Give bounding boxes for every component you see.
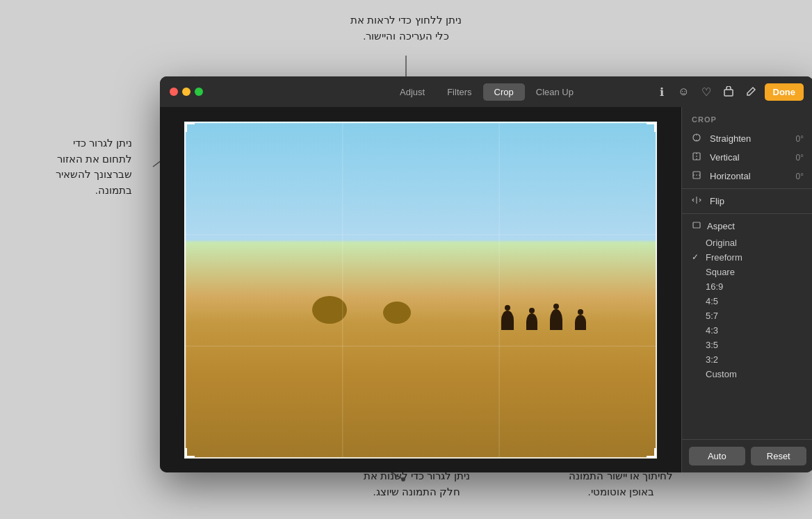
- aspect-option-custom[interactable]: Custom: [682, 367, 812, 381]
- sidebar-row-flip[interactable]: Flip: [682, 192, 812, 211]
- straighten-value: 0°: [796, 134, 804, 144]
- aspect-options: Original Freeform Square 16:9 4:5 5:7: [682, 236, 812, 439]
- svg-rect-16: [693, 222, 700, 228]
- maximize-button[interactable]: [195, 88, 203, 96]
- toolbar-right: ℹ ☺ ♡ Done: [653, 83, 804, 101]
- sidebar-row-straighten[interactable]: Straighten 0°: [682, 129, 812, 148]
- people-silhouettes: [501, 309, 586, 330]
- flip-label: Flip: [710, 196, 804, 206]
- done-button[interactable]: Done: [765, 83, 804, 101]
- person-2: [526, 313, 537, 330]
- horizontal-label: Horizontal: [710, 171, 796, 181]
- aspect-option-4-5[interactable]: 4:5: [682, 294, 812, 308]
- aspect-option-3-5[interactable]: 3:5: [682, 338, 812, 352]
- vertical-label: Vertical: [710, 152, 796, 163]
- tab-crop[interactable]: Crop: [483, 83, 525, 101]
- person-4: [575, 315, 586, 330]
- photo-area: [160, 107, 681, 472]
- emoji-icon[interactable]: ☺: [676, 83, 692, 100]
- main-window: Adjust Filters Crop Clean Up ℹ ☺ ♡ Done: [160, 76, 812, 472]
- straighten-icon: [692, 133, 704, 145]
- auto-button[interactable]: Auto: [689, 447, 745, 466]
- annotation-top: ניתן ללחוץ כדי לראות את כלי העריכה והייש…: [350, 13, 462, 44]
- minimize-button[interactable]: [182, 88, 190, 96]
- hay-bale-2: [383, 302, 411, 324]
- info-icon[interactable]: ℹ: [653, 83, 670, 100]
- aspect-option-16-9[interactable]: 16:9: [682, 279, 812, 294]
- horizontal-icon: [692, 170, 704, 182]
- aspect-label: Aspect: [707, 221, 735, 231]
- tab-adjust[interactable]: Adjust: [389, 83, 436, 101]
- edit-icon[interactable]: [742, 83, 759, 100]
- aspect-header[interactable]: Aspect: [682, 217, 812, 236]
- aspect-option-4-3[interactable]: 4:3: [682, 323, 812, 338]
- photo-canvas[interactable]: [184, 122, 657, 459]
- svg-rect-8: [724, 90, 733, 96]
- flip-icon: [692, 195, 704, 207]
- sidebar-bottom-buttons: Auto Reset: [682, 439, 812, 472]
- sidebar-row-vertical[interactable]: Vertical 0°: [682, 148, 812, 167]
- horizontal-value: 0°: [796, 172, 804, 181]
- aspect-option-3-2[interactable]: 3:2: [682, 352, 812, 367]
- hay-bale-1: [312, 296, 347, 324]
- divider-2: [682, 213, 812, 214]
- content-area: CROP Straighten 0°: [160, 107, 812, 472]
- person-3: [550, 309, 562, 330]
- vertical-value: 0°: [796, 153, 804, 163]
- sidebar-title: CROP: [682, 107, 812, 129]
- reset-button[interactable]: Reset: [751, 447, 807, 466]
- annotation-bottom-left: ניתן לגרור כדי לשנות את חלק התמונה שיוצג…: [364, 468, 471, 500]
- aspect-option-square[interactable]: Square: [682, 265, 812, 279]
- straighten-label: Straighten: [710, 133, 796, 144]
- photo-background: [184, 122, 657, 459]
- sidebar-row-horizontal[interactable]: Horizontal 0°: [682, 167, 812, 186]
- tab-cleanup[interactable]: Clean Up: [525, 83, 585, 101]
- divider-1: [682, 188, 812, 189]
- aspect-option-5-7[interactable]: 5:7: [682, 308, 812, 323]
- traffic-lights: [160, 88, 203, 96]
- aspect-option-freeform[interactable]: Freeform: [682, 250, 812, 265]
- sidebar: CROP Straighten 0°: [681, 107, 812, 472]
- aspect-icon: [692, 220, 701, 232]
- close-button[interactable]: [170, 88, 178, 96]
- aspect-option-original[interactable]: Original: [682, 236, 812, 250]
- heart-icon[interactable]: ♡: [698, 83, 715, 100]
- person-1: [501, 311, 514, 330]
- annotation-left: ניתן לגרור כדי לתחום את האזור שברצונך לה…: [14, 135, 132, 198]
- nav-tabs: Adjust Filters Crop Clean Up: [389, 83, 585, 101]
- annotation-bottom-right: לחיתוך או יישור התמונה באופן אוטומטי.: [569, 468, 673, 500]
- titlebar: Adjust Filters Crop Clean Up ℹ ☺ ♡ Done: [160, 76, 812, 107]
- share-icon[interactable]: [720, 83, 737, 100]
- vertical-icon: [692, 151, 704, 163]
- tab-filters[interactable]: Filters: [436, 83, 482, 101]
